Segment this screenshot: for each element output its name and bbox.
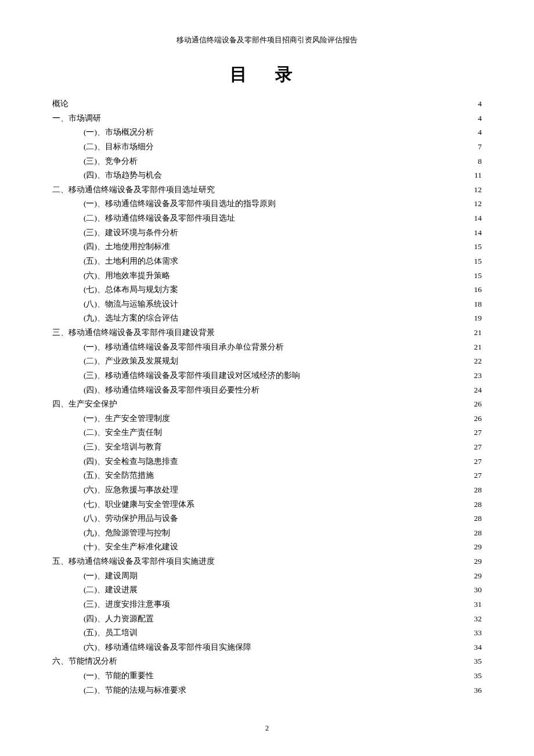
toc-entry-page: 19 xyxy=(474,311,482,325)
toc-entry-label: (三)、进度安排注意事项 xyxy=(84,597,170,611)
toc-entry-label: (一)、建设周期 xyxy=(84,569,138,583)
toc-entry: (二)、节能的法规与标准要求36 xyxy=(52,683,482,697)
toc-entry-page: 30 xyxy=(474,583,482,597)
toc-entry: (一)、建设周期29 xyxy=(52,569,482,583)
toc-entry-label: 四、生产安全保护 xyxy=(52,397,117,411)
toc-entry-page: 14 xyxy=(474,211,482,225)
toc-entry-page: 15 xyxy=(474,240,482,254)
toc-entry: (六)、应急救援与事故处理28 xyxy=(52,483,482,497)
toc-entry-label: (一)、市场概况分析 xyxy=(84,125,154,139)
toc-entry: (四)、移动通信终端设备及零部件项目必要性分析24 xyxy=(52,383,482,397)
toc-entry-label: 二、移动通信终端设备及零部件项目选址研究 xyxy=(52,183,215,197)
toc-entry-page: 12 xyxy=(474,183,482,197)
toc-entry-page: 11 xyxy=(474,168,482,182)
toc-entry-page: 4 xyxy=(478,97,482,111)
toc-entry-page: 26 xyxy=(474,397,482,411)
toc-entry-label: (六)、应急救援与事故处理 xyxy=(84,483,178,497)
toc-entry-label: (四)、安全检查与隐患排查 xyxy=(84,455,178,469)
toc-entry-page: 29 xyxy=(474,540,482,554)
toc-entry-page: 27 xyxy=(474,440,482,454)
toc-entry: (二)、建设进展30 xyxy=(52,583,482,597)
toc-entry: (三)、安全培训与教育27 xyxy=(52,440,482,454)
toc-entry: (二)、移动通信终端设备及零部件项目选址14 xyxy=(52,211,482,225)
toc-entry-label: (四)、移动通信终端设备及零部件项目必要性分析 xyxy=(84,383,259,397)
toc-entry: 概论4 xyxy=(52,97,482,111)
toc-entry-page: 27 xyxy=(474,455,482,469)
toc-entry-page: 4 xyxy=(478,125,482,139)
toc-entry: (七)、总体布局与规划方案16 xyxy=(52,283,482,297)
toc-entry: (九)、选址方案的综合评估19 xyxy=(52,311,482,325)
toc-entry: (二)、产业政策及发展规划22 xyxy=(52,354,482,368)
toc-entry-page: 32 xyxy=(474,612,482,626)
toc-entry: (二)、安全生产责任制27 xyxy=(52,426,482,440)
toc-entry-page: 34 xyxy=(474,640,482,654)
toc-entry-page: 28 xyxy=(474,526,482,540)
toc-entry: (五)、员工培训33 xyxy=(52,626,482,640)
toc-entry: 四、生产安全保护26 xyxy=(52,397,482,411)
toc-entry: (十)、安全生产标准化建设29 xyxy=(52,540,482,554)
toc-entry: (六)、用地效率提升策略15 xyxy=(52,269,482,283)
toc-entry-label: (四)、市场趋势与机会 xyxy=(84,168,162,182)
toc-entry-page: 8 xyxy=(478,154,482,168)
toc-entry: 五、移动通信终端设备及零部件项目实施进度29 xyxy=(52,555,482,568)
toc-entry-page: 22 xyxy=(474,354,482,368)
toc-entry: 二、移动通信终端设备及零部件项目选址研究12 xyxy=(52,183,482,197)
toc-entry-label: (三)、建设环境与条件分析 xyxy=(84,226,178,240)
toc-entry-label: (八)、物流与运输系统设计 xyxy=(84,297,178,311)
toc-title: 目 录 xyxy=(52,63,482,87)
toc-entry-label: 五、移动通信终端设备及零部件项目实施进度 xyxy=(52,555,215,568)
toc-entry: (三)、竞争分析8 xyxy=(52,154,482,168)
toc-entry-page: 29 xyxy=(474,569,482,583)
toc-entry-label: (二)、建设进展 xyxy=(84,583,138,597)
toc-entry: (一)、移动通信终端设备及零部件项目承办单位背景分析21 xyxy=(52,340,482,354)
toc-entry: 一、市场调研4 xyxy=(52,111,482,125)
toc-entry-label: (三)、移动通信终端设备及零部件项目建设对区域经济的影响 xyxy=(84,369,300,383)
toc-entry-page: 31 xyxy=(474,597,482,611)
toc-entry-page: 26 xyxy=(474,412,482,426)
toc-entry: (四)、土地使用控制标准15 xyxy=(52,240,482,254)
toc-entry-page: 4 xyxy=(478,111,482,125)
toc-entry: (四)、安全检查与隐患排查27 xyxy=(52,455,482,469)
toc-entry-label: 概论 xyxy=(52,97,68,111)
toc-entry-label: (六)、用地效率提升策略 xyxy=(84,269,170,283)
toc-entry-page: 7 xyxy=(478,140,482,154)
toc-entry-label: (九)、危险源管理与控制 xyxy=(84,526,170,540)
toc-entry-label: (五)、土地利用的总体需求 xyxy=(84,254,178,268)
toc-entry-label: 三、移动通信终端设备及零部件项目建设背景 xyxy=(52,326,215,340)
toc-entry-page: 35 xyxy=(474,654,482,668)
toc-entry: (九)、危险源管理与控制28 xyxy=(52,526,482,540)
toc-entry-page: 28 xyxy=(474,483,482,497)
toc-entry-page: 29 xyxy=(474,555,482,568)
toc-entry-label: (一)、移动通信终端设备及零部件项目承办单位背景分析 xyxy=(84,340,284,354)
toc-entry: (六)、移动通信终端设备及零部件项目实施保障34 xyxy=(52,640,482,654)
toc-entry-label: (二)、安全生产责任制 xyxy=(84,426,162,440)
toc-entry-label: (一)、生产安全管理制度 xyxy=(84,412,170,426)
toc-entry: (七)、职业健康与安全管理体系28 xyxy=(52,498,482,512)
toc-entry-label: (十)、安全生产标准化建设 xyxy=(84,540,178,554)
toc-entry-page: 24 xyxy=(474,383,482,397)
toc-entry: (三)、进度安排注意事项31 xyxy=(52,597,482,611)
toc-entry-label: (九)、选址方案的综合评估 xyxy=(84,311,178,325)
toc-entry-label: (三)、安全培训与教育 xyxy=(84,440,162,454)
toc-entry-label: 一、市场调研 xyxy=(52,111,101,125)
toc-entry-label: (五)、员工培训 xyxy=(84,626,138,640)
toc-entry-page: 28 xyxy=(474,498,482,512)
toc-entry: (三)、移动通信终端设备及零部件项目建设对区域经济的影响23 xyxy=(52,369,482,383)
toc-entry-label: (二)、产业政策及发展规划 xyxy=(84,354,178,368)
toc-entry-label: (二)、节能的法规与标准要求 xyxy=(84,683,186,697)
toc-entry-label: (四)、土地使用控制标准 xyxy=(84,240,170,254)
toc-entry-page: 16 xyxy=(474,283,482,297)
toc-entry: (四)、市场趋势与机会11 xyxy=(52,168,482,182)
toc-entry: (八)、劳动保护用品与设备28 xyxy=(52,512,482,525)
toc-entry-label: (五)、安全防范措施 xyxy=(84,469,154,483)
toc-entry: (三)、建设环境与条件分析14 xyxy=(52,226,482,240)
toc-entry-page: 18 xyxy=(474,297,482,311)
toc-entry: (五)、安全防范措施27 xyxy=(52,469,482,483)
toc-entry-page: 12 xyxy=(474,197,482,211)
toc-entry-page: 33 xyxy=(474,626,482,640)
toc-entry: (一)、节能的重要性35 xyxy=(52,669,482,683)
toc-entry-page: 27 xyxy=(474,426,482,440)
toc-entry: 三、移动通信终端设备及零部件项目建设背景21 xyxy=(52,326,482,340)
toc-entry-label: (一)、节能的重要性 xyxy=(84,669,154,683)
document-header: 移动通信终端设备及零部件项目招商引资风险评估报告 xyxy=(52,35,482,45)
